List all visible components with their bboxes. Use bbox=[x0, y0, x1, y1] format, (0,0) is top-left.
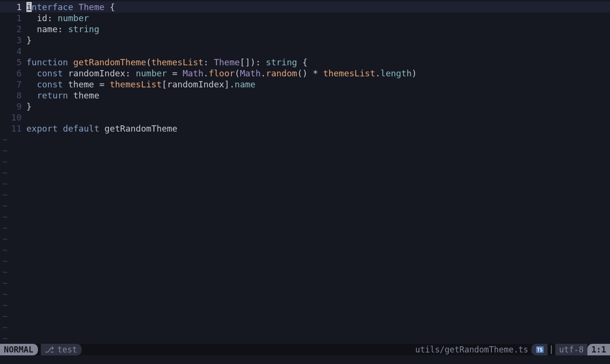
tilde-marker: ~ bbox=[0, 300, 610, 311]
token-keyword: return bbox=[37, 90, 68, 100]
tilde-marker: ~ bbox=[0, 145, 610, 156]
code-content[interactable] bbox=[26, 112, 610, 123]
encoding-segment: utf-8 bbox=[555, 344, 587, 355]
token-type: number bbox=[58, 13, 89, 23]
token-function: getRandomTheme bbox=[73, 57, 146, 67]
file-path: utils/getRandomTheme.ts bbox=[410, 344, 531, 355]
code-line[interactable]: 1 id: number bbox=[0, 12, 610, 24]
token-identifier: id bbox=[37, 13, 48, 23]
token-type: number bbox=[136, 68, 167, 78]
line-number: 9 bbox=[0, 101, 26, 112]
tilde-marker: ~ bbox=[0, 244, 610, 255]
code-line[interactable]: 2 name: string bbox=[0, 24, 610, 35]
line-number: 4 bbox=[0, 46, 26, 57]
token-identifier: randomIndex bbox=[68, 68, 125, 78]
line-number: 2 bbox=[0, 24, 26, 35]
code-line[interactable]: 9 } bbox=[0, 101, 610, 112]
line-number: 5 bbox=[0, 57, 26, 68]
tilde-marker: ~ bbox=[0, 233, 610, 244]
token-keyword: const bbox=[37, 68, 63, 78]
code-content[interactable]: export default getRandomTheme bbox=[26, 123, 610, 134]
token-class: Theme bbox=[214, 57, 240, 67]
token-keyword: const bbox=[37, 79, 63, 89]
token-identifier: theme bbox=[68, 79, 94, 89]
token-keyword: default bbox=[63, 123, 99, 133]
line-number: 10 bbox=[0, 112, 26, 123]
token-class: Math bbox=[240, 68, 260, 78]
code-line[interactable]: 7 const theme = themesList[randomIndex].… bbox=[0, 79, 610, 90]
line-number: 8 bbox=[0, 90, 26, 101]
code-content[interactable]: } bbox=[26, 101, 610, 112]
line-number: 1 bbox=[0, 1, 26, 12]
line-number: 1 bbox=[0, 12, 26, 24]
status-area: NORMAL ⎇test utils/getRandomTheme.ts TS … bbox=[0, 344, 610, 364]
tilde-marker: ~ bbox=[0, 189, 610, 200]
code-content[interactable]: const randomIndex: number = Math.floor(M… bbox=[26, 68, 610, 79]
code-line[interactable]: 8 return theme bbox=[0, 90, 610, 101]
token-function: random bbox=[266, 68, 297, 78]
code-content[interactable] bbox=[26, 46, 610, 57]
mode-indicator: NORMAL bbox=[0, 344, 38, 355]
tilde-marker: ~ bbox=[0, 156, 610, 167]
tilde-marker: ~ bbox=[0, 222, 610, 233]
cursor-position: 1:1 bbox=[587, 344, 610, 355]
token-type: string bbox=[266, 57, 297, 67]
separator: | bbox=[548, 344, 555, 355]
empty-lines-area: ~ ~ ~ ~ ~ ~ ~ ~ ~ ~ ~ ~ ~ ~ ~ ~ ~ ~ ~ bbox=[0, 134, 610, 344]
token-identifier: theme bbox=[73, 90, 99, 100]
tilde-marker: ~ bbox=[0, 322, 610, 333]
tilde-marker: ~ bbox=[0, 267, 610, 278]
git-branch-name: test bbox=[57, 344, 77, 355]
tilde-marker: ~ bbox=[0, 134, 610, 145]
code-content[interactable]: function getRandomTheme(themesList: Them… bbox=[26, 57, 610, 68]
line-number: 6 bbox=[0, 68, 26, 79]
tilde-marker: ~ bbox=[0, 255, 610, 267]
token-identifier: getRandomTheme bbox=[105, 123, 178, 133]
token-type: string bbox=[68, 24, 99, 34]
code-line[interactable]: 6 const randomIndex: number = Math.floor… bbox=[0, 68, 610, 79]
token-identifier: randomIndex bbox=[167, 79, 224, 89]
tilde-marker: ~ bbox=[0, 311, 610, 322]
code-line[interactable]: 3 } bbox=[0, 35, 610, 46]
branch-icon: ⎇ bbox=[45, 344, 54, 355]
line-number: 7 bbox=[0, 79, 26, 90]
tilde-marker: ~ bbox=[0, 200, 610, 211]
token-param: themesList bbox=[110, 79, 161, 89]
code-line[interactable]: 11 export default getRandomTheme bbox=[0, 123, 610, 134]
code-content[interactable]: return theme bbox=[26, 90, 610, 101]
token-property: name bbox=[235, 79, 256, 89]
token-class: Theme bbox=[78, 2, 104, 12]
filetype-segment: TS bbox=[531, 344, 548, 355]
statusline: NORMAL ⎇test utils/getRandomTheme.ts TS … bbox=[0, 344, 610, 355]
token-class: Math bbox=[183, 68, 203, 78]
code-line[interactable]: 1 interface Theme { bbox=[0, 1, 610, 12]
code-content[interactable]: const theme = themesList[randomIndex].na… bbox=[26, 79, 610, 90]
code-line[interactable]: 5 function getRandomTheme(themesList: Th… bbox=[0, 57, 610, 68]
code-line[interactable]: 10 bbox=[0, 112, 610, 123]
token-keyword: nterface bbox=[32, 2, 73, 12]
token-function: floor bbox=[208, 68, 234, 78]
code-content[interactable]: id: number bbox=[26, 12, 610, 24]
tilde-marker: ~ bbox=[0, 278, 610, 289]
code-content[interactable]: } bbox=[26, 35, 610, 46]
code-content[interactable]: name: string bbox=[26, 24, 610, 35]
token-identifier: name bbox=[37, 24, 58, 34]
code-content[interactable]: interface Theme { bbox=[26, 1, 610, 12]
line-number: 3 bbox=[0, 35, 26, 46]
command-line[interactable] bbox=[0, 355, 610, 364]
typescript-icon: TS bbox=[536, 346, 544, 353]
token-param: themesList bbox=[323, 68, 375, 78]
token-keyword: export bbox=[26, 123, 58, 133]
tilde-marker: ~ bbox=[0, 178, 610, 189]
status-spacer bbox=[82, 344, 410, 355]
editor-area[interactable]: 1 interface Theme { 1 id: number 2 name:… bbox=[0, 0, 610, 344]
token-property: length bbox=[380, 68, 412, 78]
code-line[interactable]: 4 bbox=[0, 46, 610, 57]
token-keyword: function bbox=[26, 57, 68, 67]
git-branch-segment: ⎇test bbox=[41, 344, 82, 355]
tilde-marker: ~ bbox=[0, 167, 610, 178]
tilde-marker: ~ bbox=[0, 333, 610, 344]
tilde-marker: ~ bbox=[0, 289, 610, 300]
cursor-block: i bbox=[26, 2, 32, 12]
line-number: 11 bbox=[0, 123, 26, 134]
